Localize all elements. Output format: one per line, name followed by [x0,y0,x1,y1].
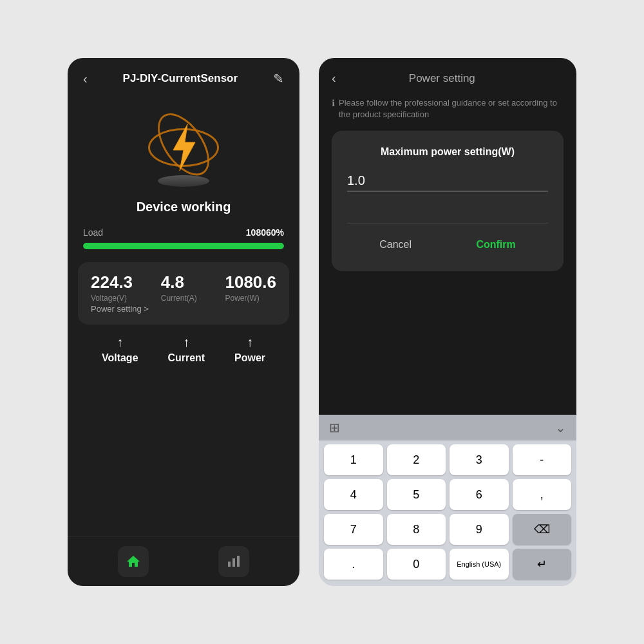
device-status: Device working [137,200,231,214]
left-header: ‹ PJ-DIY-CurrentSensor ✎ [68,58,299,93]
key-6[interactable]: 6 [450,479,509,510]
confirm-button[interactable]: Confirm [460,234,531,256]
device-platform [158,175,209,187]
key-1[interactable]: 1 [324,444,383,475]
current-metric: 4.8 Current(A) [161,272,197,303]
numeric-keyboard: ⊞ ⌄ 1 2 3 - 4 5 6 , 7 8 9 ⌫ . 0 English … [319,415,576,586]
power-arrow-icon: ↑ [247,335,253,350]
svg-marker-0 [173,124,195,171]
load-value: 108060% [246,227,284,238]
power-input-field[interactable] [347,171,548,192]
key-4[interactable]: 4 [324,479,383,510]
device-image [138,106,229,189]
right-header: ‹ Power setting [319,58,576,92]
key-0[interactable]: 0 [387,549,446,580]
load-label: Load [83,227,103,238]
key-8[interactable]: 8 [387,514,446,545]
key-dot[interactable]: . [324,549,383,580]
right-back-button[interactable]: ‹ [332,71,336,86]
voltage-arrow-group: ↑ Voltage [102,335,138,364]
current-value: 4.8 [161,272,184,292]
keyboard-toolbar: ⊞ ⌄ [319,415,576,440]
power-setting-screen: ‹ Power setting ℹ Please follow the prof… [319,58,576,415]
edit-button[interactable]: ✎ [273,71,284,86]
dialog-title: Maximum power setting(W) [347,146,548,158]
info-notice-text: Please follow the professional guidance … [339,97,564,120]
power-arrow-group: ↑ Power [234,335,265,364]
svg-rect-3 [237,556,240,567]
voltage-value: 224.3 [91,272,133,292]
right-panel: ‹ Power setting ℹ Please follow the prof… [319,58,576,586]
keyboard-grid-icon[interactable]: ⊞ [329,420,340,435]
load-section: Load 108060% [68,214,299,249]
info-icon: ℹ [332,98,335,108]
voltage-metric: 224.3 Voltage(V) [91,272,133,303]
left-device-panel: ‹ PJ-DIY-CurrentSensor ✎ Device working … [68,58,299,586]
keyboard-hide-icon[interactable]: ⌄ [555,420,566,435]
power-value: 1080.6 [225,272,276,292]
metrics-card: 224.3 Voltage(V) 4.8 Current(A) 1080.6 P… [78,262,289,325]
home-icon [126,554,141,569]
right-screen-title: Power setting [336,72,548,85]
key-backspace[interactable]: ⌫ [513,514,572,545]
home-footer-button[interactable] [118,546,149,577]
key-english-usa[interactable]: English (USA) [450,549,509,580]
key-5[interactable]: 5 [387,479,446,510]
chart-footer-button[interactable] [218,546,249,577]
back-button[interactable]: ‹ [83,71,88,86]
dialog-actions: Cancel Confirm [347,223,548,256]
load-bar-background [83,243,284,249]
key-7[interactable]: 7 [324,514,383,545]
current-arrow-label: Current [167,352,205,364]
power-setting-dialog: Maximum power setting(W) Cancel Confirm [332,131,564,271]
key-comma[interactable]: , [513,479,572,510]
svg-rect-2 [232,558,235,567]
current-arrow-group: ↑ Current [167,335,205,364]
key-3[interactable]: 3 [450,444,509,475]
metrics-row: 224.3 Voltage(V) 4.8 Current(A) 1080.6 P… [91,272,276,303]
cancel-button[interactable]: Cancel [364,234,427,256]
arrows-row: ↑ Voltage ↑ Current ↑ Power [68,335,299,364]
key-enter[interactable]: ↵ [513,549,572,580]
voltage-unit: Voltage(V) [91,294,127,303]
left-footer [68,536,299,586]
info-notice: ℹ Please follow the professional guidanc… [319,92,576,131]
load-bar-fill [83,243,284,249]
keyboard-grid: 1 2 3 - 4 5 6 , 7 8 9 ⌫ . 0 English (USA… [319,440,576,586]
key-dash[interactable]: - [513,444,572,475]
power-metric: 1080.6 Power(W) [225,272,276,303]
power-unit: Power(W) [225,294,259,303]
chart-icon [226,554,242,569]
voltage-arrow-label: Voltage [102,352,138,364]
svg-rect-1 [228,562,231,567]
voltage-arrow-icon: ↑ [117,335,123,350]
current-arrow-icon: ↑ [183,335,189,350]
key-9[interactable]: 9 [450,514,509,545]
device-title: PJ-DIY-CurrentSensor [123,72,238,85]
power-arrow-label: Power [234,352,265,364]
current-unit: Current(A) [161,294,197,303]
lightning-bolt-icon [167,124,200,171]
power-setting-link[interactable]: Power setting > [91,304,149,314]
key-2[interactable]: 2 [387,444,446,475]
